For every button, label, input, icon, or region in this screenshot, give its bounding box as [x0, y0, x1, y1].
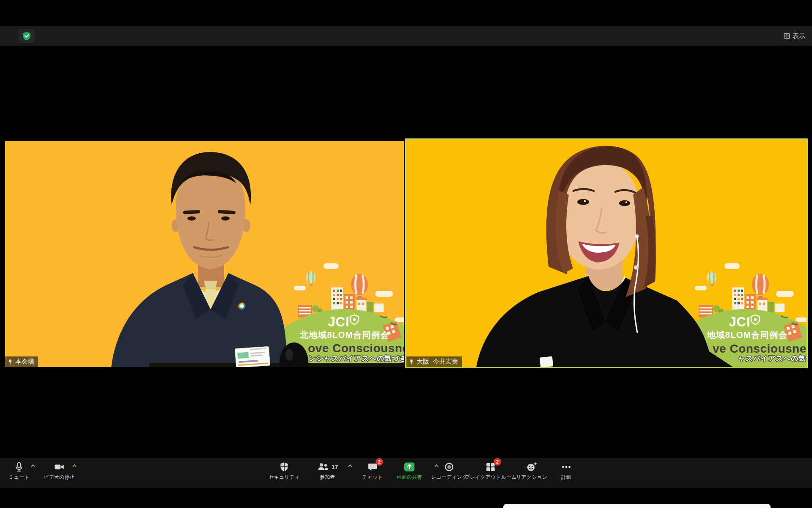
microphone-icon: [14, 461, 25, 472]
video-tile-osaka-imai[interactable]: 地域8LOM合同例会 ve Consciousness ャスバイアスへの気づき〜: [405, 138, 808, 368]
pin-icon: [409, 359, 414, 365]
view-button-label: 表示: [793, 32, 805, 40]
participants-button[interactable]: 17 参加者: [302, 461, 353, 485]
mute-button[interactable]: ミュート: [4, 461, 34, 485]
security-button[interactable]: セキュリティ: [266, 461, 303, 485]
participant-name-tag[interactable]: 大阪 今井宏美: [406, 356, 462, 367]
more-button[interactable]: 詳細: [552, 461, 580, 485]
participants-icon: [317, 461, 329, 472]
branding-line3: ンシャスバイアスへの気づき〜: [309, 354, 404, 362]
chat-label: チャット: [362, 475, 383, 480]
more-label: 詳細: [561, 475, 571, 480]
meeting-info-button[interactable]: [19, 29, 35, 43]
share-screen-icon: [403, 461, 415, 472]
security-label: セキュリティ: [269, 475, 300, 480]
participant-name-tag[interactable]: 本会場: [5, 356, 38, 367]
breakout-rooms-label: ブレイクアウトルーム: [465, 475, 517, 480]
main-venue-video: 北地域8LOM合同例会 ove Consciousness ンシャスバイアスへの…: [5, 141, 404, 367]
reactions-label: リアクション: [516, 475, 547, 480]
top-bar: 表示: [0, 26, 812, 46]
osaka-imai-video: 地域8LOM合同例会 ve Consciousness ャスバイアスへの気づき〜: [406, 140, 807, 367]
pin-icon: [8, 359, 13, 365]
video-camera-icon: [53, 461, 65, 472]
stop-video-label: ビデオの停止: [44, 475, 74, 480]
security-shield-icon: [279, 461, 290, 472]
branding-line2: ove Consciousness: [308, 342, 404, 355]
reactions-button[interactable]: リアクション: [510, 461, 553, 485]
chat-badge: 2: [376, 458, 383, 466]
share-screen-button[interactable]: 画面の共有: [387, 461, 431, 485]
control-toolbar: ミュート ビデオの停止 セ: [0, 458, 812, 488]
breakout-badge: 2: [494, 458, 501, 466]
branding-line1: 地域8LOM合同例会: [707, 330, 788, 340]
chevron-up-icon[interactable]: [348, 464, 353, 467]
record-icon: [444, 461, 455, 472]
mute-label: ミュート: [9, 475, 30, 480]
shield-check-icon: [22, 31, 32, 41]
more-dots-icon: [561, 461, 572, 472]
zoom-meeting-window: 表示 北地域8LOM合同例会 ove Consciousness ンシャスバイア…: [0, 0, 812, 508]
reactions-icon: [526, 461, 538, 472]
video-tile-main-venue[interactable]: 北地域8LOM合同例会 ove Consciousness ンシャスバイアスへの…: [5, 141, 404, 367]
participants-label: 参加者: [320, 475, 335, 480]
gallery-view-icon: [784, 33, 790, 39]
branding-line2: ve Consciousness: [713, 342, 807, 355]
bottom-popup-window[interactable]: [503, 504, 771, 508]
chevron-up-icon[interactable]: [72, 464, 77, 467]
branding-line3: ャスバイアスへの気づき〜: [738, 354, 807, 362]
branding-line1: 北地域8LOM合同例会: [299, 330, 390, 340]
chat-button[interactable]: 2 チャット: [356, 461, 389, 485]
chevron-up-icon[interactable]: [30, 464, 36, 467]
participant-name: 大阪 今井宏美: [417, 358, 458, 366]
participant-name: 本会場: [15, 358, 34, 366]
view-button[interactable]: 表示: [780, 30, 809, 42]
participants-count: 17: [332, 464, 338, 470]
share-screen-label: 画面の共有: [397, 475, 422, 480]
